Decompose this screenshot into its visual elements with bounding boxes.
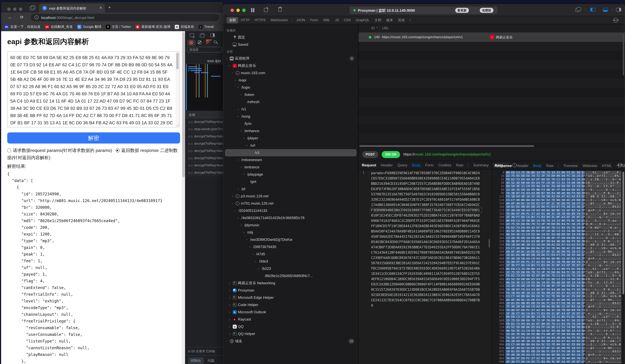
disclosure-chevron-icon[interactable]: ›: [255, 268, 262, 269]
compose-icon[interactable]: [264, 8, 268, 12]
hex-row[interactable]: 480 FD D2 73 E9 49 42 EF 80 EE 7D C1 83 …: [492, 274, 625, 278]
tree-item[interactable]: › /login: [223, 84, 358, 91]
disclosure-chevron-icon[interactable]: ›: [241, 138, 248, 139]
hex-row[interactable]: 224 B0 E8 C3 25 5B BD 14 FB 75 33 22 0D …: [492, 219, 625, 223]
col-id[interactable]: ID: [371, 26, 375, 30]
device-toolbar-icon[interactable]: [201, 33, 204, 37]
hex-row[interactable]: 784 F4 1B 64 4E 18 32 20 5A 5B A2 EA 47 …: [492, 339, 625, 343]
window-close-button[interactable]: [231, 9, 234, 12]
tree-item[interactable]: /lyric: [223, 120, 358, 127]
tab-header[interactable]: Header: [517, 163, 529, 168]
protocol-filter-chip[interactable]: ›: [407, 17, 413, 23]
dock-side-icon[interactable]: [211, 33, 215, 37]
disclosure-chevron-icon[interactable]: ›: [229, 287, 230, 294]
protocol-filter-chip[interactable]: JSON: [294, 17, 308, 23]
bookmark-item[interactable]: yd 在线翻译_有道: [45, 24, 73, 29]
disclosure-chevron-icon[interactable]: ›: [244, 239, 251, 240]
tab-raw[interactable]: Raw: [546, 163, 554, 168]
hex-row[interactable]: 880 1F 3D F7 8A CA B3 71 B3 09 3C BF A3 …: [492, 360, 625, 364]
tree-item[interactable]: › /eapi: [223, 77, 358, 84]
tab-treeview[interactable]: Treeview: [563, 163, 578, 168]
hex-row[interactable]: 144 A4 AF 40 6C 1A EE E2 D7 6F 1C 4E 68 …: [492, 202, 625, 205]
hex-row[interactable]: 0 B0 E8 C3 25 5B BD 14 FB 75 33 22 0D F5…: [492, 171, 625, 174]
table-vscrollbar-thumb[interactable]: [623, 34, 624, 76]
hex-row[interactable]: 576 C3 C7 49 B6 BA 04 EA 5C 52 7E 06 3D …: [492, 295, 625, 298]
tree-item[interactable]: › ~ p3.music.126.net: [223, 193, 358, 200]
tree-item[interactable]: › /v1: [223, 106, 358, 113]
tree-item[interactable]: › ~ music.163.com: [223, 69, 358, 77]
hex-row[interactable]: 656 1F 3D F7 8A CA B3 71 B3 09 3C BF A3 …: [492, 312, 625, 315]
tab-raw[interactable]: Raw: [456, 163, 464, 167]
tree-item[interactable]: › /jdymusic: [223, 222, 358, 229]
pause-capture-icon[interactable]: [251, 8, 254, 12]
hex-row[interactable]: 112 F4 1B 64 4E 18 32 20 5A 5B A2 EA 47 …: [492, 195, 625, 198]
hex-row[interactable]: 864 7A 0D 97 E6 FC 27 A2 01 38 3C 1B 7B …: [492, 357, 625, 360]
bookmark-item[interactable]: du 百度一下，你就知道: [4, 24, 40, 29]
hex-row[interactable]: 736 9A 54 3E 11 C9 55 9A 14 6C 59 AB 68 …: [492, 329, 625, 333]
hex-row[interactable]: 464 22 75 55 D0 E6 70 72 3F 7D D8 06 94 …: [492, 271, 625, 274]
disclosure-chevron-icon[interactable]: ›: [229, 330, 230, 337]
disclosure-chevron-icon[interactable]: ›: [252, 261, 259, 262]
hex-row[interactable]: 720 43 52 2D D8 D6 E5 D3 FF CD 9E C2 31 …: [492, 326, 625, 329]
tree-item[interactable]: › /playpage: [223, 171, 358, 178]
request-scrollbar-thumb[interactable]: [489, 239, 490, 247]
hex-row[interactable]: 672 B0 E8 C3 25 5B BD 14 FB 75 33 22 0D …: [492, 315, 625, 319]
tree-item[interactable]: /v1: [225, 149, 357, 156]
clear-icon[interactable]: [198, 40, 202, 44]
textarea-scrollbar-thumb[interactable]: [176, 53, 179, 69]
hex-row[interactable]: 608 19 81 D5 0B 85 EB 29 D6 FC E4 E7 F6 …: [492, 302, 625, 305]
tab-html[interactable]: HTML: [602, 163, 612, 168]
hex-row[interactable]: 32 FD D2 73 E9 49 42 EF 80 EE 7D C1 83 3…: [492, 178, 625, 181]
hex-row[interactable]: 64 9A 54 3E 11 C9 55 9A 14 6C 59 AB 68 5…: [492, 185, 625, 188]
new-tab-button[interactable]: +: [108, 5, 111, 10]
inspect-icon[interactable]: [190, 33, 194, 37]
tree-item[interactable]: › /b223: [223, 265, 358, 272]
hex-row[interactable]: 320 7A 3B 07 FA 63 A3 B8 B7 50 04 4B A6 …: [492, 240, 625, 243]
tab-body[interactable]: Body: [412, 163, 420, 167]
layout-bottom-panel-icon[interactable]: [603, 8, 608, 12]
network-request-item[interactable]: {;}decrypt?isReq=false: [185, 154, 223, 162]
hex-row[interactable]: 544 7A 3B 07 FA 63 A3 B8 B7 50 04 4B A6 …: [492, 288, 625, 291]
new-update-badge[interactable]: 新更新: [455, 8, 469, 13]
hex-row[interactable]: 688 22 75 55 D0 E6 70 72 3F 7D D8 06 94 …: [492, 319, 625, 322]
bookmark-item[interactable]: G Google 翻译: [77, 24, 101, 29]
disclosure-chevron-icon[interactable]: ›: [232, 193, 233, 200]
hex-row[interactable]: 176 7F 40 2B 50 A4 C9 63 09 8A 96 8D 15 …: [492, 209, 625, 212]
disclosure-chevron-icon[interactable]: ›: [235, 159, 242, 160]
disclosure-chevron-icon[interactable]: ›: [247, 246, 254, 247]
tree-item[interactable]: › ~ m701.music.126.net: [223, 200, 358, 207]
protocol-filter-chip[interactable]: XML: [321, 17, 332, 23]
devtools-filter-input[interactable]: 筛选器: [187, 47, 222, 52]
tab-summary[interactable]: Summary: [473, 163, 489, 167]
network-request-item[interactable]: {;}decrypt?isReq=false: [185, 133, 223, 140]
tree-item[interactable]: › /4e083109171d431422b1fc36658f2c78: [223, 214, 358, 222]
tab-body[interactable]: Body: [533, 163, 541, 168]
hex-row[interactable]: 256 FD D2 73 E9 49 42 EF 80 EE 7D C1 83 …: [492, 226, 625, 229]
disclosure-chevron-icon[interactable]: ›: [229, 301, 230, 308]
issues-tab[interactable]: 问题: [208, 357, 214, 364]
disclosure-chevron-icon[interactable]: ›: [238, 185, 239, 193]
network-request-item[interactable]: {;}stop-words.json?v=1: [185, 125, 223, 133]
request-more-icon[interactable]: ≡: [618, 163, 622, 167]
tree-item[interactable]: › /song: [223, 113, 358, 120]
hex-row[interactable]: 288 9A 54 3E 11 C9 55 9A 14 6C 59 AB 68 …: [492, 233, 625, 236]
protocol-filter-chip[interactable]: CSS: [341, 17, 353, 23]
hex-row[interactable]: 752 13 2D 35 D8 20 FD BB F3 0B 4F 7F 90 …: [492, 333, 625, 336]
record-button[interactable]: [187, 40, 195, 46]
hex-row[interactable]: 512 9A 54 3E 11 C9 55 9A 14 6C 59 AB 68 …: [492, 281, 625, 284]
network-request-item[interactable]: {;}decrypt?isReq=true: [185, 118, 223, 125]
protocol-filter-chip[interactable]: HTTPS: [252, 17, 268, 23]
hex-row[interactable]: 96 7A 3B 07 FA 63 A3 B8 B7 50 04 4B A6 9…: [492, 191, 625, 195]
hex-row[interactable]: 624 7F 40 2B 50 A4 C9 63 09 8A 96 8D 15 …: [492, 305, 625, 308]
hex-row[interactable]: 800 C3 C7 49 B6 BA 04 EA 5C 52 7E 06 3D …: [492, 343, 625, 346]
tab-close-icon[interactable]: ✕: [99, 6, 102, 10]
back-icon[interactable]: ←: [8, 15, 12, 20]
tree-item[interactable]: › /obj: [223, 229, 358, 236]
browser-tab[interactable]: ✳ eapi 参数和返回内容解析 ✕: [39, 4, 105, 13]
tree-item[interactable]: › /url: [223, 142, 358, 149]
protocol-filter-chip[interactable]: WebSocket: [268, 17, 290, 23]
layout-sidebar-icon[interactable]: [591, 8, 595, 12]
hex-row[interactable]: 704 FD D2 73 E9 49 42 EF 80 EE 7D C1 83 …: [492, 322, 625, 326]
disclosure-chevron-icon[interactable]: ›: [223, 58, 230, 59]
hex-row[interactable]: 128 C3 C7 49 B6 BA 04 EA 5C 52 7E 06 3D …: [492, 198, 625, 202]
